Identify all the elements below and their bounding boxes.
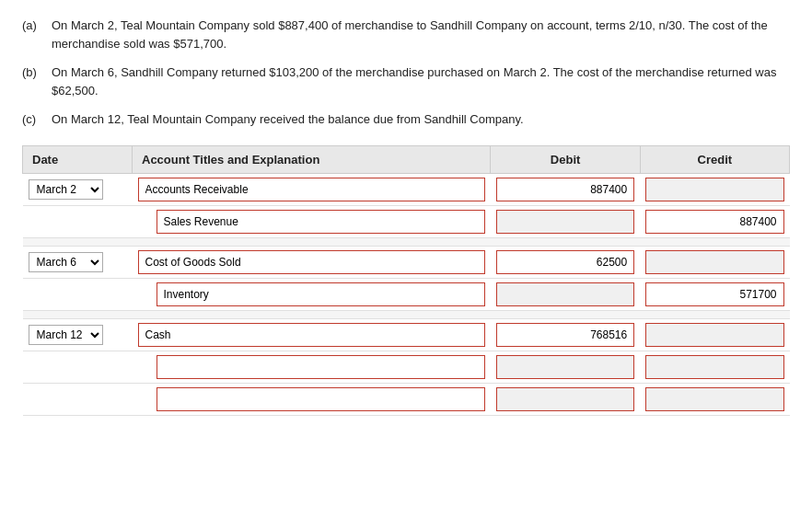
account-input[interactable]	[157, 210, 485, 234]
debit-input[interactable]	[496, 250, 634, 274]
credit-cell[interactable]	[640, 173, 789, 205]
credit-input[interactable]	[645, 250, 783, 274]
date-cell	[23, 278, 133, 310]
problem-text: On March 2, Teal Mountain Company sold $…	[52, 17, 790, 52]
account-cell[interactable]	[133, 205, 491, 237]
problem-item: (c) On March 12, Teal Mountain Company r…	[22, 110, 790, 129]
credit-cell[interactable]	[640, 278, 789, 310]
problem-item: (a) On March 2, Teal Mountain Company so…	[22, 17, 790, 52]
problem-label: (b)	[22, 63, 52, 99]
debit-input[interactable]	[496, 210, 634, 234]
problem-label: (a)	[22, 17, 52, 52]
account-input[interactable]	[138, 250, 485, 274]
account-input[interactable]	[157, 355, 485, 379]
date-cell[interactable]: March 2March 6March 12	[23, 318, 133, 351]
debit-input[interactable]	[496, 178, 634, 201]
debit-cell[interactable]	[491, 318, 640, 351]
account-cell[interactable]	[133, 351, 491, 383]
table-row: March 2March 6March 12	[23, 318, 790, 351]
credit-header: Credit	[640, 145, 789, 173]
account-cell[interactable]	[133, 173, 491, 205]
account-cell[interactable]	[133, 383, 491, 415]
date-cell	[23, 205, 133, 237]
account-input[interactable]	[157, 282, 485, 306]
debit-cell[interactable]	[491, 278, 640, 310]
credit-input[interactable]	[645, 323, 783, 347]
date-cell[interactable]: March 2March 6March 12	[23, 246, 133, 278]
row-separator	[23, 310, 790, 318]
date-cell	[23, 383, 133, 415]
debit-cell[interactable]	[491, 173, 640, 205]
problem-text: On March 12, Teal Mountain Company recei…	[52, 110, 790, 129]
table-row	[23, 278, 790, 310]
table-row	[23, 383, 790, 415]
problem-section: (a) On March 2, Teal Mountain Company so…	[22, 17, 790, 129]
date-select[interactable]: March 2March 6March 12	[29, 179, 103, 200]
journal-table: Date Account Titles and Explanation Debi…	[22, 145, 790, 416]
credit-cell[interactable]	[640, 318, 789, 351]
credit-input[interactable]	[645, 355, 783, 379]
debit-header: Debit	[491, 145, 640, 173]
credit-cell[interactable]	[640, 351, 789, 383]
account-input[interactable]	[157, 387, 485, 411]
credit-cell[interactable]	[640, 383, 789, 415]
table-row	[23, 351, 790, 383]
debit-input[interactable]	[496, 387, 634, 411]
problem-text: On March 6, Sandhill Company returned $1…	[52, 63, 790, 99]
date-header: Date	[23, 145, 133, 173]
account-header: Account Titles and Explanation	[133, 145, 491, 173]
account-input[interactable]	[138, 178, 485, 201]
table-row	[23, 205, 790, 237]
date-select[interactable]: March 2March 6March 12	[29, 252, 103, 272]
account-cell[interactable]	[133, 246, 491, 278]
debit-input[interactable]	[496, 355, 634, 379]
credit-input[interactable]	[645, 282, 783, 306]
problem-label: (c)	[22, 110, 52, 129]
credit-cell[interactable]	[640, 205, 789, 237]
date-select[interactable]: March 2March 6March 12	[29, 325, 103, 345]
credit-input[interactable]	[645, 210, 783, 234]
table-row: March 2March 6March 12	[23, 246, 790, 278]
row-separator	[23, 237, 790, 246]
debit-cell[interactable]	[491, 246, 640, 278]
debit-cell[interactable]	[491, 351, 640, 383]
problem-item: (b) On March 6, Sandhill Company returne…	[22, 63, 790, 99]
table-row: March 2March 6March 12	[23, 173, 790, 205]
debit-cell[interactable]	[491, 205, 640, 237]
debit-cell[interactable]	[491, 383, 640, 415]
credit-input[interactable]	[645, 178, 783, 201]
credit-input[interactable]	[645, 387, 783, 411]
date-cell[interactable]: March 2March 6March 12	[23, 173, 133, 205]
debit-input[interactable]	[496, 323, 634, 347]
account-cell[interactable]	[133, 318, 491, 351]
debit-input[interactable]	[496, 282, 634, 306]
account-cell[interactable]	[133, 278, 491, 310]
date-cell	[23, 351, 133, 383]
account-input[interactable]	[138, 323, 485, 347]
credit-cell[interactable]	[640, 246, 789, 278]
